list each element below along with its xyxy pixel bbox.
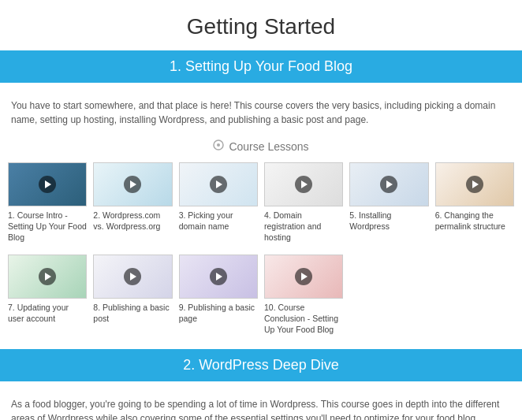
play-icon[interactable]: [210, 176, 227, 193]
lesson-thumbnail[interactable]: [349, 162, 428, 206]
list-item: 3. Picking your domain name: [179, 162, 258, 243]
lesson-thumbnail[interactable]: [8, 255, 87, 299]
lesson-thumbnail[interactable]: [93, 255, 172, 299]
play-icon[interactable]: [380, 176, 397, 193]
lesson-label: 9. Publishing a basic page: [179, 302, 258, 324]
lesson-thumbnail[interactable]: [93, 162, 172, 206]
play-icon[interactable]: [39, 268, 56, 285]
section1-description: You have to start somewhere, and that pl…: [0, 92, 522, 135]
lesson-thumbnail[interactable]: [264, 255, 343, 299]
svg-point-1: [217, 143, 220, 147]
play-icon[interactable]: [295, 268, 312, 285]
play-icon[interactable]: [295, 176, 312, 193]
section2-description: As a food blogger, you're going to be sp…: [0, 391, 522, 420]
lesson-thumbnail[interactable]: [8, 162, 87, 206]
play-icon[interactable]: [124, 268, 141, 285]
gear-icon: [213, 139, 224, 153]
list-item: 10. Course Conclusion - Setting Up Your …: [264, 255, 343, 336]
lesson-thumbnail[interactable]: [435, 162, 514, 206]
lesson-label: 5. Installing Wordpress: [349, 210, 428, 232]
lesson-label: 8. Publishing a basic post: [93, 302, 172, 324]
lesson-label: 4. Domain registration and hosting: [264, 210, 343, 243]
lesson-label: 10. Course Conclusion - Setting Up Your …: [264, 302, 343, 336]
list-item: 2. Wordpress.com vs. Wordpress.org: [93, 162, 172, 243]
lessons-row2: 7. Updating your user account8. Publishi…: [0, 255, 522, 347]
course-lessons-label: Course Lessons: [229, 140, 308, 153]
list-item: 6. Changing the permalink structure: [435, 162, 514, 243]
lesson-label: 1. Course Intro - Setting Up Your Food B…: [8, 210, 87, 243]
lesson-thumbnail[interactable]: [179, 162, 258, 206]
course-lessons-header: Course Lessons: [0, 135, 522, 162]
list-item: 5. Installing Wordpress: [349, 162, 428, 243]
lesson-thumbnail[interactable]: [264, 162, 343, 206]
play-icon[interactable]: [466, 176, 483, 193]
list-item: 4. Domain registration and hosting: [264, 162, 343, 243]
play-icon[interactable]: [124, 176, 141, 193]
list-item: 9. Publishing a basic page: [179, 255, 258, 336]
lesson-thumbnail[interactable]: [179, 255, 258, 299]
play-icon[interactable]: [39, 176, 56, 193]
list-item: 7. Updating your user account: [8, 255, 87, 336]
lesson-label: 2. Wordpress.com vs. Wordpress.org: [93, 210, 172, 232]
page-title: Getting Started: [0, 0, 522, 50]
lesson-label: 6. Changing the permalink structure: [435, 210, 514, 232]
list-item: 1. Course Intro - Setting Up Your Food B…: [8, 162, 87, 243]
lesson-label: 7. Updating your user account: [8, 302, 87, 324]
play-icon[interactable]: [210, 268, 227, 285]
lesson-label: 3. Picking your domain name: [179, 210, 258, 232]
list-item: 8. Publishing a basic post: [93, 255, 172, 336]
lessons-row1: 1. Course Intro - Setting Up Your Food B…: [0, 162, 522, 255]
section1-header: 1. Setting Up Your Food Blog: [0, 50, 522, 83]
section2-header: 2. WordPress Deep Dive: [0, 349, 522, 381]
